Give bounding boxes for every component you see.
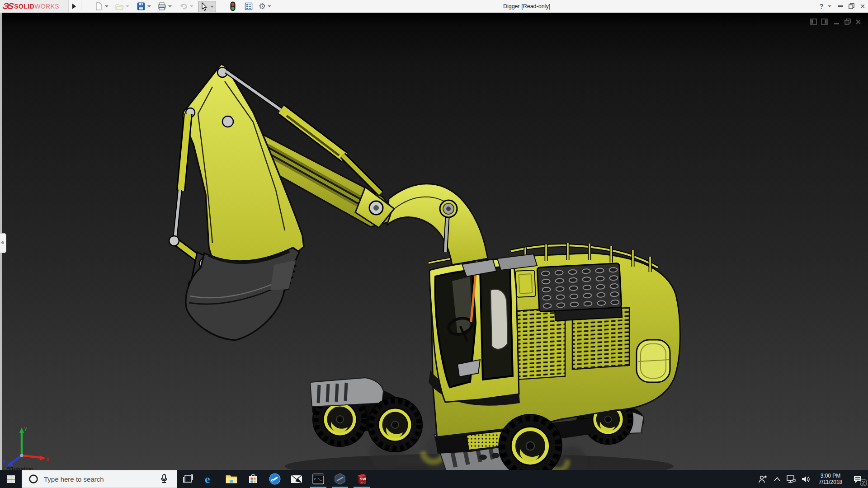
- taskbar-search[interactable]: [22, 470, 177, 488]
- graphics-area[interactable]: [0, 13, 868, 470]
- close-icon: ✕: [860, 3, 865, 10]
- solidworks-logo-light: WORKS: [34, 3, 59, 10]
- file-explorer-icon: [226, 474, 237, 484]
- options-button[interactable]: ⚙: [259, 1, 271, 11]
- network-button[interactable]: [784, 470, 798, 488]
- panel-right-icon: [821, 19, 828, 25]
- people-icon: [758, 475, 767, 483]
- svg-text:SW: SW: [360, 477, 367, 481]
- show-panel-left-button[interactable]: [810, 18, 817, 25]
- close-button[interactable]: ✕: [858, 0, 868, 12]
- new-document-button[interactable]: [94, 1, 108, 11]
- clock-time: 3:00 PM: [819, 473, 843, 479]
- windows-logo-icon: [7, 475, 15, 483]
- open-folder-icon: [115, 2, 124, 11]
- search-input[interactable]: [43, 475, 158, 483]
- people-button[interactable]: [755, 470, 770, 488]
- toolbar-flyout-button[interactable]: [70, 1, 79, 11]
- hidden-icons-button[interactable]: [770, 470, 784, 488]
- store-icon: [248, 474, 259, 484]
- solidworks-logo-bold: SOLID: [14, 3, 34, 10]
- action-center-button[interactable]: 2: [847, 470, 868, 488]
- document-close-button[interactable]: [855, 18, 861, 25]
- rebuild-traffic-light-icon: [230, 1, 236, 11]
- restore-icon: [849, 3, 854, 9]
- restore-button[interactable]: [846, 0, 856, 12]
- taskbar-item-edge[interactable]: e: [199, 470, 221, 488]
- document-minimize-button[interactable]: [834, 18, 839, 25]
- select-tool-button[interactable]: [198, 1, 216, 12]
- minimize-icon: [838, 5, 843, 7]
- rebuild-button[interactable]: [230, 1, 236, 11]
- taskbar-item-command-prompt[interactable]: C:\_: [307, 470, 329, 488]
- solidworks-logo: ЭS SOLIDWORKS: [0, 0, 69, 12]
- taskbar-item-file-explorer[interactable]: [221, 470, 242, 488]
- undo-button[interactable]: [179, 1, 193, 11]
- start-button[interactable]: [0, 470, 22, 488]
- svg-text:e: e: [205, 473, 210, 485]
- splitter-dot-icon: [1, 241, 4, 244]
- print-button[interactable]: [157, 1, 172, 11]
- gear-icon: ⚙: [259, 2, 266, 10]
- minimize-button[interactable]: [835, 0, 845, 12]
- clock[interactable]: 3:00 PM 7/11/2018: [814, 470, 847, 488]
- speaker-icon: [802, 475, 811, 483]
- cortana-icon: [28, 474, 38, 484]
- svg-text:2017: 2017: [360, 481, 367, 484]
- taskbar: e: [0, 470, 868, 488]
- help-icon: ?: [819, 2, 823, 10]
- wrench-disc-icon: [269, 473, 281, 485]
- volume-button[interactable]: [798, 470, 814, 488]
- help-dropdown[interactable]: [826, 0, 833, 12]
- undo-icon: [179, 2, 188, 11]
- network-icon: [787, 475, 796, 483]
- flyout-arrow-icon: [72, 4, 76, 9]
- clock-date: 7/11/2018: [819, 479, 843, 485]
- solidworks-logo-mark: ЭS: [2, 1, 13, 11]
- select-cursor-icon: [200, 2, 208, 11]
- edge-icon: e: [204, 473, 216, 485]
- panel-left-icon: [810, 19, 817, 25]
- taskbar-item-edrawings[interactable]: [329, 470, 351, 488]
- restore-icon: [844, 19, 851, 25]
- chevron-up-icon: [774, 477, 780, 481]
- notification-badge: 2: [860, 479, 867, 486]
- close-icon: [855, 19, 861, 25]
- svg-text:C:\_: C:\_: [314, 478, 322, 481]
- system-tray: 3:00 PM 7/11/2018 2: [755, 470, 868, 488]
- command-prompt-icon: C:\_: [312, 474, 324, 484]
- minimize-icon: [834, 23, 839, 24]
- solidworks-2017-icon: SW 2017: [355, 473, 368, 485]
- save-button[interactable]: [137, 1, 151, 11]
- taskbar-item-store[interactable]: [242, 470, 264, 488]
- file-properties-icon: [244, 2, 253, 11]
- taskbar-item-tool[interactable]: [264, 470, 286, 488]
- taskbar-item-solidworks-2017[interactable]: SW 2017: [351, 470, 373, 488]
- print-icon: [157, 2, 166, 11]
- panel-splitter-tab[interactable]: [0, 233, 6, 253]
- mail-icon: [291, 474, 302, 483]
- toolbar-separator: [81, 1, 81, 11]
- screen: ЭS SOLIDWORKS: [0, 0, 868, 488]
- save-icon: [137, 2, 146, 11]
- file-properties-button[interactable]: [244, 1, 253, 11]
- title-bar: ЭS SOLIDWORKS: [0, 0, 868, 13]
- microphone-icon[interactable]: [160, 474, 168, 484]
- task-view-button[interactable]: [177, 470, 199, 488]
- document-restore-button[interactable]: [844, 18, 851, 25]
- show-panel-right-button[interactable]: [821, 18, 828, 25]
- new-document-icon: [94, 2, 103, 11]
- open-button[interactable]: [115, 1, 129, 11]
- task-view-icon: [183, 474, 193, 483]
- edrawings-icon: [334, 473, 346, 485]
- taskbar-item-mail[interactable]: [286, 470, 307, 488]
- help-button[interactable]: ?: [816, 0, 826, 12]
- window-title: Digger [Read-only]: [470, 3, 583, 9]
